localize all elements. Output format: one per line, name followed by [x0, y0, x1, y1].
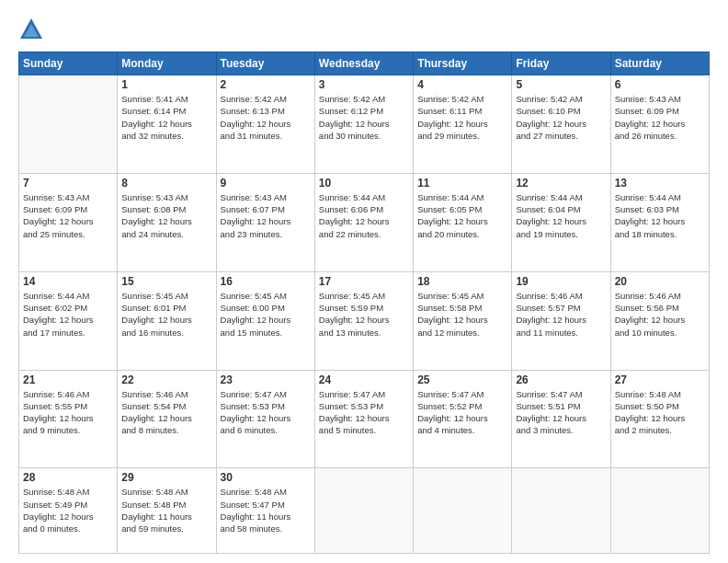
day-number: 18	[417, 275, 507, 288]
day-number: 16	[221, 275, 311, 288]
day-number: 3	[319, 78, 409, 91]
day-cell	[314, 468, 413, 554]
day-cell: 13Sunrise: 5:44 AM Sunset: 6:03 PM Dayli…	[610, 173, 709, 271]
day-cell: 29Sunrise: 5:48 AM Sunset: 5:48 PM Dayli…	[118, 468, 216, 554]
day-detail: Sunrise: 5:48 AM Sunset: 5:49 PM Dayligh…	[23, 486, 113, 534]
day-cell: 25Sunrise: 5:47 AM Sunset: 5:52 PM Dayli…	[414, 370, 512, 468]
day-detail: Sunrise: 5:43 AM Sunset: 6:09 PM Dayligh…	[615, 93, 705, 142]
weekday-header-saturday: Saturday	[610, 52, 709, 75]
day-number: 19	[516, 275, 606, 288]
weekday-header-tuesday: Tuesday	[216, 52, 314, 75]
day-number: 14	[23, 275, 113, 288]
day-cell: 30Sunrise: 5:48 AM Sunset: 5:47 PM Dayli…	[216, 468, 314, 554]
day-cell: 18Sunrise: 5:45 AM Sunset: 5:58 PM Dayli…	[414, 271, 512, 370]
day-cell: 10Sunrise: 5:44 AM Sunset: 6:06 PM Dayli…	[314, 173, 413, 271]
logo	[18, 17, 48, 42]
day-cell: 1Sunrise: 5:41 AM Sunset: 6:14 PM Daylig…	[118, 75, 216, 174]
day-cell: 4Sunrise: 5:42 AM Sunset: 6:11 PM Daylig…	[414, 75, 512, 174]
day-number: 4	[417, 78, 507, 91]
weekday-header-friday: Friday	[512, 52, 610, 75]
day-detail: Sunrise: 5:47 AM Sunset: 5:53 PM Dayligh…	[319, 388, 409, 437]
day-cell: 21Sunrise: 5:46 AM Sunset: 5:55 PM Dayli…	[19, 370, 118, 468]
day-number: 5	[516, 78, 606, 91]
day-number: 26	[516, 373, 606, 386]
day-detail: Sunrise: 5:42 AM Sunset: 6:12 PM Dayligh…	[319, 93, 409, 142]
day-cell	[512, 468, 610, 554]
week-row-4: 21Sunrise: 5:46 AM Sunset: 5:55 PM Dayli…	[19, 370, 710, 468]
day-cell: 3Sunrise: 5:42 AM Sunset: 6:12 PM Daylig…	[314, 75, 413, 174]
week-row-1: 1Sunrise: 5:41 AM Sunset: 6:14 PM Daylig…	[19, 75, 710, 174]
day-cell: 7Sunrise: 5:43 AM Sunset: 6:09 PM Daylig…	[19, 173, 118, 271]
day-cell: 8Sunrise: 5:43 AM Sunset: 6:08 PM Daylig…	[118, 173, 216, 271]
day-cell: 2Sunrise: 5:42 AM Sunset: 6:13 PM Daylig…	[216, 75, 314, 174]
day-number: 6	[615, 78, 705, 91]
day-number: 10	[319, 177, 409, 190]
day-detail: Sunrise: 5:45 AM Sunset: 5:59 PM Dayligh…	[319, 290, 409, 339]
weekday-header-row: SundayMondayTuesdayWednesdayThursdayFrid…	[19, 52, 710, 75]
day-detail: Sunrise: 5:42 AM Sunset: 6:11 PM Dayligh…	[417, 93, 507, 142]
day-number: 8	[121, 177, 211, 190]
day-number: 28	[23, 471, 113, 484]
day-cell: 11Sunrise: 5:44 AM Sunset: 6:05 PM Dayli…	[414, 173, 512, 271]
day-number: 20	[615, 275, 705, 288]
day-detail: Sunrise: 5:41 AM Sunset: 6:14 PM Dayligh…	[121, 93, 211, 142]
day-detail: Sunrise: 5:45 AM Sunset: 6:01 PM Dayligh…	[121, 290, 211, 339]
day-number: 1	[121, 78, 211, 91]
day-number: 11	[417, 177, 507, 190]
week-row-5: 28Sunrise: 5:48 AM Sunset: 5:49 PM Dayli…	[19, 468, 710, 554]
day-number: 24	[319, 373, 409, 386]
day-detail: Sunrise: 5:45 AM Sunset: 5:58 PM Dayligh…	[417, 290, 507, 339]
header	[18, 17, 710, 42]
day-number: 2	[221, 78, 311, 91]
day-detail: Sunrise: 5:46 AM Sunset: 5:56 PM Dayligh…	[615, 290, 705, 339]
day-detail: Sunrise: 5:48 AM Sunset: 5:50 PM Dayligh…	[615, 388, 705, 437]
day-number: 25	[417, 373, 507, 386]
calendar-table: SundayMondayTuesdayWednesdayThursdayFrid…	[18, 52, 710, 554]
day-detail: Sunrise: 5:42 AM Sunset: 6:10 PM Dayligh…	[516, 93, 606, 142]
day-number: 22	[121, 373, 211, 386]
day-cell: 14Sunrise: 5:44 AM Sunset: 6:02 PM Dayli…	[19, 271, 118, 370]
day-detail: Sunrise: 5:44 AM Sunset: 6:03 PM Dayligh…	[615, 191, 705, 240]
day-detail: Sunrise: 5:46 AM Sunset: 5:57 PM Dayligh…	[516, 290, 606, 339]
day-cell: 5Sunrise: 5:42 AM Sunset: 6:10 PM Daylig…	[512, 75, 610, 174]
day-detail: Sunrise: 5:42 AM Sunset: 6:13 PM Dayligh…	[221, 93, 311, 142]
day-detail: Sunrise: 5:44 AM Sunset: 6:06 PM Dayligh…	[319, 191, 409, 240]
day-cell: 20Sunrise: 5:46 AM Sunset: 5:56 PM Dayli…	[610, 271, 709, 370]
day-number: 27	[615, 373, 705, 386]
day-cell: 26Sunrise: 5:47 AM Sunset: 5:51 PM Dayli…	[512, 370, 610, 468]
day-cell: 24Sunrise: 5:47 AM Sunset: 5:53 PM Dayli…	[314, 370, 413, 468]
day-cell: 6Sunrise: 5:43 AM Sunset: 6:09 PM Daylig…	[610, 75, 709, 174]
day-cell: 27Sunrise: 5:48 AM Sunset: 5:50 PM Dayli…	[610, 370, 709, 468]
week-row-2: 7Sunrise: 5:43 AM Sunset: 6:09 PM Daylig…	[19, 173, 710, 271]
day-cell: 9Sunrise: 5:43 AM Sunset: 6:07 PM Daylig…	[216, 173, 314, 271]
day-cell	[19, 75, 118, 174]
day-detail: Sunrise: 5:47 AM Sunset: 5:53 PM Dayligh…	[221, 388, 311, 437]
day-detail: Sunrise: 5:43 AM Sunset: 6:07 PM Dayligh…	[221, 191, 311, 240]
day-detail: Sunrise: 5:47 AM Sunset: 5:52 PM Dayligh…	[417, 388, 507, 437]
day-cell: 23Sunrise: 5:47 AM Sunset: 5:53 PM Dayli…	[216, 370, 314, 468]
week-row-3: 14Sunrise: 5:44 AM Sunset: 6:02 PM Dayli…	[19, 271, 710, 370]
page: SundayMondayTuesdayWednesdayThursdayFrid…	[0, 0, 728, 563]
weekday-header-thursday: Thursday	[414, 52, 512, 75]
day-number: 9	[221, 177, 311, 190]
day-detail: Sunrise: 5:45 AM Sunset: 6:00 PM Dayligh…	[221, 290, 311, 339]
weekday-header-monday: Monday	[118, 52, 216, 75]
day-number: 15	[121, 275, 211, 288]
day-cell: 19Sunrise: 5:46 AM Sunset: 5:57 PM Dayli…	[512, 271, 610, 370]
day-number: 7	[23, 177, 113, 190]
day-number: 17	[319, 275, 409, 288]
day-number: 13	[615, 177, 705, 190]
day-detail: Sunrise: 5:48 AM Sunset: 5:48 PM Dayligh…	[121, 486, 211, 534]
day-detail: Sunrise: 5:43 AM Sunset: 6:09 PM Dayligh…	[23, 191, 113, 240]
day-cell: 28Sunrise: 5:48 AM Sunset: 5:49 PM Dayli…	[19, 468, 118, 554]
day-detail: Sunrise: 5:44 AM Sunset: 6:05 PM Dayligh…	[417, 191, 507, 240]
day-detail: Sunrise: 5:47 AM Sunset: 5:51 PM Dayligh…	[516, 388, 606, 437]
day-number: 12	[516, 177, 606, 190]
day-detail: Sunrise: 5:46 AM Sunset: 5:55 PM Dayligh…	[23, 388, 113, 437]
day-cell: 22Sunrise: 5:46 AM Sunset: 5:54 PM Dayli…	[118, 370, 216, 468]
day-cell: 17Sunrise: 5:45 AM Sunset: 5:59 PM Dayli…	[314, 271, 413, 370]
day-cell	[414, 468, 512, 554]
logo-icon	[18, 17, 44, 42]
day-detail: Sunrise: 5:48 AM Sunset: 5:47 PM Dayligh…	[221, 486, 311, 534]
day-cell	[610, 468, 709, 554]
